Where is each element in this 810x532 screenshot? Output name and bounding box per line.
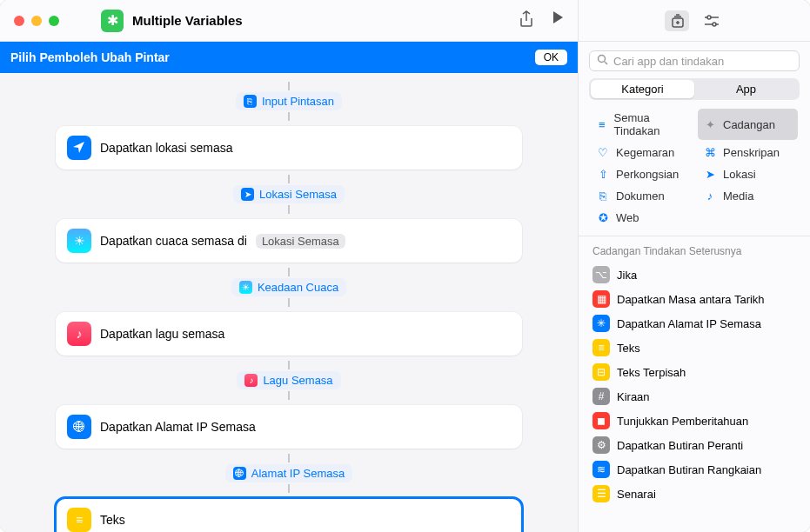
category-icon: ➤ (703, 168, 717, 181)
globe-icon: 🌐︎ (67, 415, 91, 439)
segment-app[interactable]: App (694, 80, 798, 98)
action-label: Teks (100, 513, 125, 527)
weather-small-icon: ☀ (239, 281, 252, 294)
category-item[interactable]: ⇧Perkongsian (591, 165, 691, 183)
location-arrow-icon: ➤ (241, 188, 254, 201)
suggestion-item[interactable]: ▦Dapatkan Masa antara Tarikh (587, 287, 801, 311)
suggestion-item[interactable]: ⌥Jika (587, 263, 801, 287)
shortcut-input-icon: ⎘ (244, 95, 257, 108)
category-label: Media (723, 190, 753, 203)
suggestion-label: Dapatkan Butiran Rangkaian (617, 463, 761, 476)
category-item[interactable]: ✦Cadangan (698, 109, 798, 140)
globe-small-icon: 🌐︎ (233, 467, 246, 480)
category-item[interactable]: ⌘Penskripan (698, 143, 798, 162)
variable-pill-input[interactable]: ⎘ Input Pintasan (236, 92, 342, 110)
category-item[interactable]: ➤Lokasi (698, 165, 798, 183)
suggestion-item[interactable]: ≋Dapatkan Butiran Rangkaian (587, 457, 801, 482)
ok-button[interactable]: OK (535, 50, 567, 65)
suggestion-icon: ⌥ (592, 266, 610, 283)
variable-bar-title: Pilih Pemboleh Ubah Pintar (10, 50, 170, 64)
suggestion-item[interactable]: ◼Tunjukkan Pemberitahuan (587, 409, 801, 433)
music-small-icon: ♪ (244, 374, 258, 387)
variable-pill-location[interactable]: ➤ Lokasi Semasa (233, 185, 345, 203)
suggestion-label: Teks Terpisah (617, 366, 686, 379)
category-item[interactable]: ♡Kegemaran (591, 143, 691, 162)
suggestion-icon: ⚙ (592, 436, 610, 454)
category-label: Dokumen (616, 190, 665, 203)
suggestion-label: Teks (617, 342, 640, 355)
action-get-ip[interactable]: 🌐︎ Dapatkan Alamat IP Semasa (56, 405, 522, 449)
suggestion-label: Dapatkan Butiran Peranti (617, 439, 743, 452)
category-label: Kegemaran (616, 146, 674, 159)
shortcut-app-icon: ✱ (101, 10, 124, 32)
close-window-button[interactable] (14, 16, 24, 26)
category-label: Web (616, 211, 639, 224)
suggestion-icon: ✳ (592, 315, 610, 332)
variable-token-location[interactable]: Lokasi Semasa (256, 234, 345, 249)
pill-label: Lokasi Semasa (259, 188, 337, 201)
search-placeholder: Cari app dan tindakan (613, 55, 724, 68)
suggestion-item[interactable]: ☰Senarai (587, 482, 801, 506)
category-icon: ≡ (596, 118, 608, 131)
action-label: Dapatkan cuaca semasa di (100, 234, 247, 248)
suggestion-icon: ≋ (592, 461, 610, 478)
music-icon: ♪ (67, 322, 91, 346)
suggestion-item[interactable]: ⊟Teks Terpisah (587, 360, 801, 384)
variable-pill-ip[interactable]: 🌐︎ Alamat IP Semasa (225, 464, 352, 482)
window-title: Multiple Variables (132, 13, 243, 28)
search-input[interactable]: Cari app dan tindakan (589, 50, 800, 71)
category-icon: ⌘ (703, 146, 717, 159)
suggestion-label: Dapatkan Alamat IP Semasa (617, 317, 761, 330)
category-item[interactable]: ✪Web (591, 209, 691, 227)
svg-point-3 (599, 56, 606, 63)
run-button[interactable] (552, 10, 564, 30)
settings-tab-button[interactable] (700, 10, 724, 31)
suggestion-icon: ◼ (592, 412, 610, 429)
action-label: Dapatkan Alamat IP Semasa (100, 420, 256, 434)
category-icon: ✦ (703, 118, 717, 131)
svg-point-2 (713, 23, 716, 26)
search-icon (597, 54, 608, 68)
action-label: Dapatkan lokasi semasa (100, 141, 233, 155)
suggestion-label: Dapatkan Masa antara Tarikh (617, 293, 765, 306)
workflow-canvas[interactable]: ⎘ Input Pintasan Dapatkan lokasi semasa … (0, 73, 578, 532)
share-button[interactable] (519, 10, 534, 30)
variable-pill-weather[interactable]: ☀ Keadaan Cuaca (231, 278, 346, 296)
segment-control[interactable]: Kategori App (589, 78, 800, 100)
suggestion-item[interactable]: ⚙Dapatkan Butiran Peranti (587, 433, 801, 457)
suggestion-label: Tunjukkan Pemberitahuan (617, 415, 748, 428)
right-toolbar (579, 0, 810, 42)
svg-point-1 (707, 16, 711, 19)
category-item[interactable]: ≡Semua Tindakan (591, 109, 691, 140)
category-label: Perkongsian (616, 168, 679, 181)
suggestion-item[interactable]: #Kiraan (587, 384, 801, 409)
variable-pill-song[interactable]: ♪ Lagu Semasa (237, 371, 340, 389)
action-label: Dapatkan lagu semasa (100, 327, 224, 341)
fullscreen-window-button[interactable] (49, 16, 59, 26)
minimize-window-button[interactable] (31, 16, 42, 26)
pill-label: Input Pintasan (262, 95, 334, 108)
action-get-song[interactable]: ♪ Dapatkan lagu semasa (56, 312, 522, 356)
pill-label: Keadaan Cuaca (258, 281, 338, 294)
variable-selection-bar: Pilih Pemboleh Ubah Pintar OK (0, 42, 578, 73)
category-item[interactable]: ♪Media (698, 187, 798, 205)
suggestion-label: Kiraan (617, 390, 650, 403)
suggestion-label: Senarai (617, 488, 656, 501)
text-icon: ≡ (67, 508, 91, 532)
segment-categories[interactable]: Kategori (591, 80, 694, 98)
suggestion-icon: ≡ (592, 339, 610, 356)
titlebar: ✱ Multiple Variables (0, 0, 578, 42)
suggestion-icon: # (592, 388, 610, 405)
suggestion-icon: ☰ (592, 485, 610, 502)
category-icon: ✪ (596, 211, 610, 224)
suggestion-item[interactable]: ✳Dapatkan Alamat IP Semasa (587, 311, 801, 336)
category-item[interactable]: ⎘Dokumen (591, 187, 691, 205)
suggestions-header: Cadangan Tindakan Seterusnya (579, 236, 810, 263)
suggestion-icon: ⊟ (592, 363, 610, 381)
action-get-location[interactable]: Dapatkan lokasi semasa (56, 126, 522, 170)
action-get-weather[interactable]: ☀ Dapatkan cuaca semasa di Lokasi Semasa (56, 219, 522, 263)
category-label: Semua Tindakan (614, 111, 686, 137)
library-tab-button[interactable] (665, 10, 689, 31)
suggestion-item[interactable]: ≡Teks (587, 336, 801, 360)
action-text[interactable]: ≡ Teks Teks (56, 498, 522, 532)
